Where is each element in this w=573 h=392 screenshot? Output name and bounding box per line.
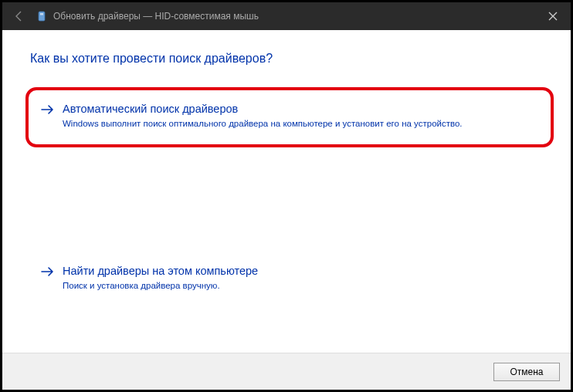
window-title: Обновить драйверы — HID-совместимая мышь [53,11,259,22]
back-button[interactable] [8,5,30,27]
option-list: Автоматический поиск драйверов Windows в… [30,87,543,302]
svg-rect-1 [40,13,43,15]
device-icon [36,11,47,22]
svg-rect-0 [39,12,45,21]
arrow-right-icon [41,104,55,118]
cancel-button[interactable]: Отмена [493,363,560,381]
arrow-right-icon [41,266,55,280]
close-button[interactable] [535,2,571,30]
option-desc: Windows выполнит поиск оптимального драй… [63,118,534,130]
option-auto-search[interactable]: Автоматический поиск драйверов Windows в… [25,87,554,147]
update-driver-wizard-window: Обновить драйверы — HID-совместимая мышь… [2,2,571,390]
option-browse-computer[interactable]: Найти драйверы на этом компьютере Поиск … [30,254,543,303]
spacer [30,154,543,254]
titlebar-left: Обновить драйверы — HID-совместимая мышь [2,5,259,27]
footer: Отмена [2,353,571,390]
option-title: Найти драйверы на этом компьютере [63,265,529,277]
back-arrow-icon [13,10,25,22]
page-heading: Как вы хотите провести поиск драйверов? [30,52,543,66]
content-area: Как вы хотите провести поиск драйверов? … [2,30,571,353]
close-icon [548,12,558,21]
titlebar: Обновить драйверы — HID-совместимая мышь [2,2,571,30]
option-title: Автоматический поиск драйверов [63,103,534,115]
option-desc: Поиск и установка драйвера вручную. [63,280,529,292]
